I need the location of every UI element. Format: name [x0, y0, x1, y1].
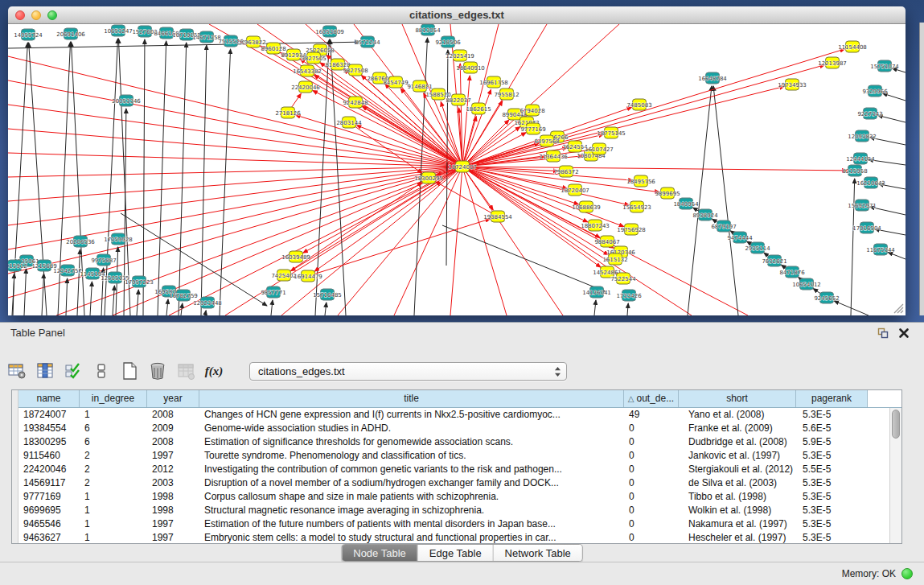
graph-edge: [888, 253, 906, 259]
column-header-year[interactable]: year: [147, 390, 199, 407]
graph-node[interactable]: 9899695: [655, 187, 680, 199]
select-rows-icon[interactable]: [63, 360, 84, 381]
graph-node[interactable]: 1733426: [616, 290, 642, 301]
graph-node-label: 6879197: [711, 224, 736, 230]
table-options-icon[interactable]: [6, 360, 27, 381]
delete-column-icon[interactable]: [147, 360, 168, 381]
zoom-window-button[interactable]: [47, 10, 57, 20]
column-header-out_de[interactable]: △out_de...: [624, 390, 679, 407]
graph-node[interactable]: 12342757: [53, 265, 82, 276]
graph-node[interactable]: 1862615: [466, 103, 491, 114]
graph-node[interactable]: 12444154: [846, 153, 875, 164]
create-column-icon[interactable]: [119, 360, 140, 381]
graph-node[interactable]: 9218506: [435, 36, 461, 47]
graph-node[interactable]: 1840954: [673, 198, 699, 209]
column-header-name[interactable]: name: [18, 390, 80, 407]
graph-node[interactable]: 9227343: [857, 108, 882, 119]
float-panel-icon[interactable]: [877, 328, 889, 339]
graph-node[interactable]: 18495756: [626, 175, 655, 187]
graph-node[interactable]: 18807243: [581, 220, 610, 231]
graph-node[interactable]: 9975887: [91, 254, 116, 266]
graph-node[interactable]: 15654923: [622, 201, 651, 212]
network-window: citations_edges.txt 18724007796382289601…: [8, 6, 906, 315]
table-cell: Corpus callosum shape and size in male p…: [199, 490, 624, 504]
graph-node[interactable]: 12213987: [818, 57, 847, 68]
graph-node[interactable]: 9329966: [862, 85, 888, 97]
graph-node[interactable]: 2718126: [275, 107, 301, 118]
tab-edge-table[interactable]: Edge Table: [418, 545, 494, 561]
graph-node[interactable]: 15692971: [848, 200, 877, 211]
tab-network-table[interactable]: Network Table: [494, 545, 582, 561]
graph-node[interactable]: 8813054: [415, 24, 441, 35]
graph-node[interactable]: 16914479: [294, 270, 322, 282]
network-graph[interactable]: 1872400779638228960128891293425226058982…: [8, 24, 906, 315]
graph-node[interactable]: 8938924: [692, 209, 718, 220]
column-header-pagerank[interactable]: pagerank: [796, 390, 868, 407]
graph-node[interactable]: 14136141: [582, 286, 611, 298]
graph-node[interactable]: 16543382: [293, 65, 322, 76]
graph-node[interactable]: 15716485: [313, 289, 342, 300]
table-row[interactable]: 1938455462009Genome-wide association stu…: [18, 422, 889, 435]
network-canvas[interactable]: 1872400779638228960128891293425226058982…: [8, 24, 906, 315]
table-row[interactable]: 911546021997Tourette syndrome. Phenomeno…: [18, 449, 889, 463]
graph-node[interactable]: 11154408: [838, 41, 867, 52]
table-scrollbar-thumb[interactable]: [892, 410, 900, 439]
table-selector-dropdown[interactable]: citations_edges.txt: [249, 362, 567, 381]
row-height-icon[interactable]: [91, 360, 112, 381]
graph-node[interactable]: 19384554: [483, 211, 512, 222]
graph-node[interactable]: 19734933: [778, 79, 807, 90]
graph-node[interactable]: 12325419: [446, 50, 474, 61]
graph-node[interactable]: 9857771: [261, 286, 285, 298]
graph-node[interactable]: 9146821: [407, 80, 432, 92]
graph-node[interactable]: 7632621: [762, 255, 786, 266]
table-row[interactable]: 1456911722003Disruption of a novel membe…: [18, 476, 889, 490]
graph-node[interactable]: 6879197: [711, 220, 736, 232]
column-header-in_degree[interactable]: in_degree: [80, 390, 147, 407]
table-row[interactable]: 2242004622012Investigating the contribut…: [18, 463, 889, 476]
table-row[interactable]: 969969511998Structural magnetic resonanc…: [18, 504, 889, 517]
graph-node[interactable]: 10653247: [104, 25, 133, 36]
graph-node[interactable]: 7485083: [626, 99, 651, 110]
window-resize-grip-icon[interactable]: [893, 303, 904, 314]
table-row[interactable]: 946362711997Embryonic stem cells: a mode…: [18, 531, 889, 543]
graph-node-label: 14055724: [14, 32, 43, 39]
graph-node[interactable]: 10654112: [792, 278, 821, 290]
minimize-window-button[interactable]: [31, 10, 41, 20]
graph-node[interactable]: 14055724: [14, 29, 43, 40]
import-table-icon[interactable]: [175, 360, 196, 381]
table-row[interactable]: 977716911998Corpus callosum shape and si…: [18, 490, 889, 504]
function-builder-icon[interactable]: f(x): [203, 360, 224, 381]
show-columns-icon[interactable]: [35, 360, 55, 381]
table-row[interactable]: 1830029562008Estimation of significance …: [18, 435, 889, 449]
graph-node[interactable]: 17016504: [852, 222, 881, 233]
graph-node[interactable]: 20691406: [56, 28, 85, 39]
graph-node[interactable]: 15751074: [870, 60, 899, 72]
graph-node[interactable]: 9474444: [727, 232, 753, 243]
graph-node[interactable]: 16053809: [315, 26, 344, 37]
graph-node[interactable]: 20206536: [66, 236, 95, 247]
network-window-titlebar[interactable]: citations_edges.txt: [8, 6, 906, 24]
close-panel-icon[interactable]: [898, 328, 910, 339]
graph-node[interactable]: 18720407: [561, 184, 589, 196]
graph-node[interactable]: 22420046: [291, 81, 320, 93]
tab-node-table[interactable]: Node Table: [342, 545, 418, 561]
graph-node[interactable]: 12093832: [848, 130, 877, 142]
graph-node[interactable]: 8572244: [355, 36, 380, 47]
table-scrollbar[interactable]: [889, 408, 901, 543]
graph-node[interactable]: 2935114: [745, 242, 770, 253]
column-header-title[interactable]: title: [199, 390, 624, 407]
graph-node[interactable]: 7515526: [218, 35, 244, 47]
close-window-button[interactable]: [15, 10, 25, 20]
graph-node[interactable]: 18775145: [597, 127, 626, 138]
table-row[interactable]: 1872400712008Changes of HCN gene express…: [18, 408, 889, 422]
graph-node[interactable]: 16648784: [698, 72, 727, 84]
table-row[interactable]: 946554611997Estimation of the future num…: [18, 517, 889, 531]
graph-node[interactable]: 16210643: [856, 177, 885, 188]
graph-node[interactable]: 8471876: [779, 266, 805, 278]
graph-node[interactable]: 7425402: [271, 270, 296, 281]
graph-node[interactable]: 16961758: [479, 76, 508, 88]
graph-node[interactable]: 8215958: [842, 165, 867, 176]
column-header-short[interactable]: short: [679, 390, 796, 407]
graph-node[interactable]: 10688639: [572, 201, 601, 212]
graph-node[interactable]: 7955812: [494, 89, 519, 100]
